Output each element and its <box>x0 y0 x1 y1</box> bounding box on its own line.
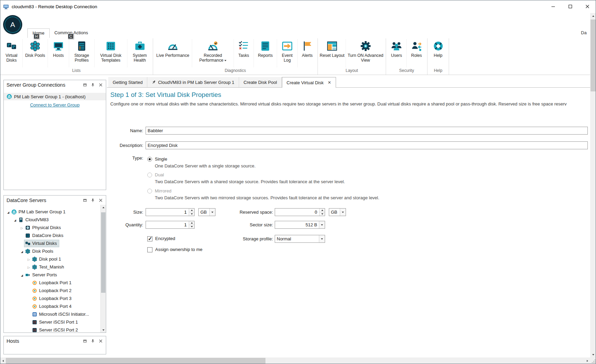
tree-item-loopback-port-2[interactable]: Loopback Port 2 <box>4 287 100 294</box>
float-window-icon[interactable] <box>82 197 88 203</box>
encrypted-checkbox[interactable] <box>147 236 152 241</box>
tree-expander-icon[interactable] <box>26 264 31 269</box>
ribbon-button-virtual-disk-templates[interactable]: Virtual Disk Templates <box>95 39 127 67</box>
name-input[interactable] <box>146 127 588 135</box>
ribbon-button-reports[interactable]: Reports <box>254 39 277 67</box>
dropdown-arrow-icon[interactable] <box>209 209 215 216</box>
storage-profile-select[interactable]: Normal <box>275 235 325 243</box>
tree-item-server-iscsi-port-1[interactable]: Server iSCSI Port 1 <box>4 318 100 326</box>
close-panel-icon[interactable] <box>98 197 104 203</box>
tree-item-datacore-disks[interactable]: DataCore Disks <box>4 231 100 239</box>
app-logo[interactable]: A <box>3 15 22 34</box>
spinner-up-icon[interactable] <box>320 209 325 212</box>
tree-expander-icon[interactable] <box>6 209 11 214</box>
ribbon-button-help[interactable]: Help <box>428 39 448 67</box>
tree-item-microsoft-iscsi-initiator[interactable]: Microsoft iSCSI Initiator... <box>4 310 100 318</box>
maximize-button[interactable] <box>562 0 579 13</box>
ribbon-button-disk-pools[interactable]: Disk Pools <box>23 39 48 67</box>
tree-expander-icon[interactable] <box>20 225 24 230</box>
float-window-icon[interactable] <box>82 338 88 344</box>
dropdown-arrow-icon[interactable] <box>319 221 325 228</box>
sector-size-select[interactable]: 512 B <box>275 221 325 229</box>
scroll-right-icon[interactable] <box>584 357 590 364</box>
tree-item-pm-lab-server-group-1[interactable]: PM Lab Server Group 1 <box>4 208 100 216</box>
tree-item-disk-pool-1[interactable]: Disk pool 1 <box>4 255 100 263</box>
tree-item-loopback-port-3[interactable]: Loopback Port 3 <box>4 294 100 302</box>
spinner-up-icon[interactable] <box>189 209 194 212</box>
reserved-space-input[interactable] <box>275 208 325 216</box>
tab-create-virtual-disk[interactable]: Create Virtual Disk <box>282 77 336 88</box>
server-group-item[interactable]: PM Lab Server Group 1 - (localhost) <box>4 93 106 100</box>
dropdown-arrow-icon[interactable] <box>319 235 325 242</box>
close-button[interactable] <box>579 0 596 13</box>
tab-pin-icon[interactable] <box>152 80 156 84</box>
pin-icon[interactable] <box>90 338 96 344</box>
float-window-icon[interactable] <box>82 82 88 88</box>
size-unit-select[interactable]: GB <box>198 208 215 216</box>
radio-single-label[interactable]: Single <box>155 156 167 162</box>
encrypted-label[interactable]: Encrypted <box>155 236 175 241</box>
scroll-up-icon[interactable] <box>101 205 106 210</box>
radio-single[interactable] <box>147 157 152 162</box>
ribbon-button-recorded-performance[interactable]: Recorded Performance <box>192 39 234 67</box>
close-tab-icon[interactable] <box>328 80 331 85</box>
tree-item-test-manish[interactable]: Test_Manish <box>4 263 100 271</box>
tab-create-disk-pool[interactable]: Create Disk Pool <box>239 77 282 87</box>
spinner-down-icon[interactable] <box>189 212 194 216</box>
ribbon-button-reset-layout[interactable]: Reset Layout <box>319 39 346 67</box>
ribbon-button-storage-profiles[interactable]: Storage Profiles <box>69 39 95 67</box>
reserved-space-unit-select[interactable]: GB <box>329 208 346 216</box>
description-input[interactable] <box>146 141 588 149</box>
assign-ownership-checkbox[interactable] <box>147 247 152 252</box>
ribbon-button-alerts[interactable]: Alerts <box>298 39 317 67</box>
scroll-down-icon[interactable] <box>101 327 106 332</box>
vertical-scrollbar[interactable] <box>590 13 596 357</box>
tree-item-disk-pools[interactable]: Disk Pools <box>4 247 100 255</box>
rdp-app-icon[interactable] <box>3 4 9 10</box>
tree-item-server-ports[interactable]: Server Ports <box>4 271 100 279</box>
tree-item-cloudvm83[interactable]: CloudVM83 <box>4 216 100 224</box>
scrollbar-thumb[interactable] <box>591 20 596 91</box>
ribbon-button-advanced-view[interactable]: Turn ON Advanced View <box>346 39 385 67</box>
tree-expander-icon[interactable] <box>20 272 24 277</box>
tree-item-virtual-disks[interactable]: Virtual Disks <box>4 239 100 247</box>
ribbon-button-system-health[interactable]: System Health <box>127 39 152 67</box>
scroll-left-icon[interactable] <box>0 357 6 364</box>
spinner-down-icon[interactable] <box>320 212 325 216</box>
scroll-up-icon[interactable] <box>590 13 596 19</box>
pin-icon[interactable] <box>90 82 96 88</box>
ribbon-button-live-performance[interactable]: Live Performance <box>154 39 192 67</box>
minimize-button[interactable] <box>545 0 562 13</box>
pin-icon[interactable] <box>90 197 96 203</box>
scrollbar-thumb[interactable] <box>6 358 265 364</box>
scroll-down-icon[interactable] <box>590 352 596 357</box>
tree-scrollbar[interactable] <box>100 205 106 332</box>
close-panel-icon[interactable] <box>98 82 104 88</box>
tree-item-loopback-port-4[interactable]: Loopback Port 4 <box>4 302 100 310</box>
size-input[interactable] <box>146 208 195 216</box>
tree-item-physical-disks[interactable]: Physical Disks <box>4 224 100 231</box>
assign-ownership-label[interactable]: Assign ownership to me <box>155 247 202 252</box>
quantity-input[interactable] <box>146 221 195 229</box>
ribbon-button-hosts[interactable]: Hosts <box>48 39 69 67</box>
tree-expander-icon[interactable] <box>13 217 17 222</box>
dropdown-arrow-icon[interactable] <box>340 209 346 216</box>
tree-expander-icon[interactable] <box>26 256 31 262</box>
resize-grip[interactable] <box>590 357 596 364</box>
tab-getting-started[interactable]: Getting Started <box>108 77 147 87</box>
ribbon-button-event-log[interactable]: Event Log <box>277 39 298 67</box>
tab-cloudvm83-in-pm-lab-server-group-1[interactable]: CloudVM83 in PM Lab Server Group 1 <box>147 77 239 87</box>
ribbon-button-users[interactable]: Users <box>387 39 407 67</box>
ribbon-button-roles[interactable]: Roles <box>407 39 426 67</box>
tree-expander-icon[interactable] <box>20 249 24 254</box>
ribbon-button-virtual-disks[interactable]: Virtual Disks <box>1 39 23 67</box>
horizontal-scrollbar[interactable] <box>0 357 590 364</box>
close-panel-icon[interactable] <box>98 338 104 344</box>
scrollbar-thumb[interactable] <box>101 212 105 293</box>
ribbon-button-tasks[interactable]: Tasks <box>234 39 254 67</box>
connect-to-server-group-link[interactable]: Connect to Server Group <box>30 102 80 108</box>
tree-item-loopback-port-1[interactable]: Loopback Port 1 <box>4 279 100 287</box>
spinner-up-icon[interactable] <box>189 221 194 225</box>
spinner-down-icon[interactable] <box>189 225 194 228</box>
tree-item-server-iscsi-port-2[interactable]: Server iSCSI Port 2 <box>4 326 100 332</box>
